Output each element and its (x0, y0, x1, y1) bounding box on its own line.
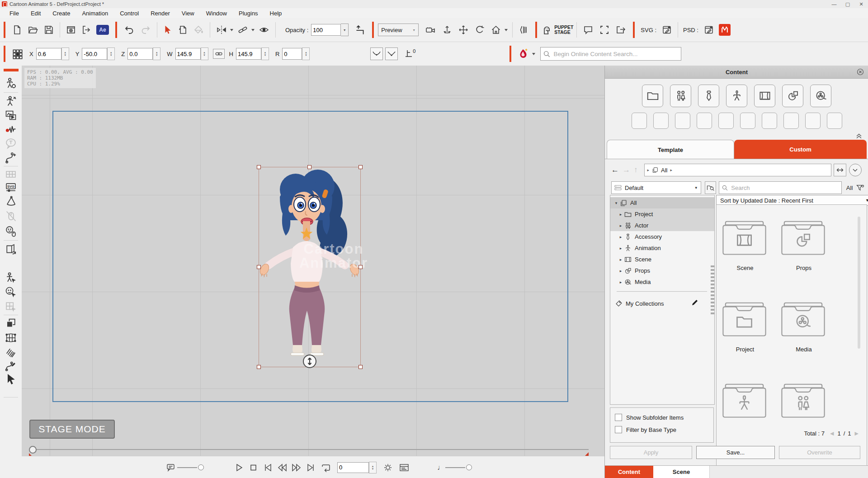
selection-handle[interactable] (257, 265, 261, 269)
filter-base-option[interactable]: Filter by Base Type (615, 426, 713, 433)
menu-view[interactable]: View (176, 8, 200, 18)
rotate-icon[interactable] (474, 24, 486, 35)
category-project-button[interactable] (642, 85, 663, 107)
puppet-mouse-tool-icon[interactable] (5, 210, 17, 222)
frame-number-input[interactable] (337, 462, 369, 473)
move-actor-handle[interactable] (303, 355, 316, 368)
z-stepper[interactable]: ▲▼ (153, 47, 160, 60)
tree-item-project[interactable]: ▸ Project (610, 208, 714, 220)
menu-create[interactable]: Create (47, 8, 76, 18)
edit-pose-tool-icon[interactable] (5, 95, 17, 107)
animate-body-tool-icon[interactable] (5, 271, 17, 284)
logo-dropdown-icon[interactable] (532, 52, 536, 56)
move-icon[interactable] (458, 24, 469, 35)
svg-edit-icon[interactable] (661, 24, 672, 35)
stop-button[interactable] (248, 463, 258, 473)
character-actor[interactable] (259, 167, 360, 367)
tree-splitter-handle[interactable] (711, 265, 714, 315)
folder-tile-animation[interactable] (720, 380, 770, 427)
tree-item-media[interactable]: ▸ Media (610, 276, 714, 288)
category-accessory-button[interactable] (698, 85, 719, 107)
category-media-button[interactable] (810, 85, 831, 107)
volume-slider-knob[interactable] (466, 464, 472, 470)
tree-item-actor[interactable]: ▸ Actor (610, 220, 714, 231)
menu-file[interactable]: File (4, 8, 25, 18)
r-stepper[interactable]: ▲▼ (302, 47, 310, 60)
empty-slot-button[interactable] (675, 113, 690, 129)
empty-slot-button[interactable] (740, 113, 755, 129)
category-animation-button[interactable] (726, 85, 747, 107)
redo-icon[interactable] (140, 24, 151, 35)
category-props-button[interactable] (782, 85, 803, 107)
edit-collections-icon[interactable] (691, 298, 699, 307)
empty-slot-button[interactable] (827, 113, 842, 129)
caption-slider-track[interactable] (177, 467, 197, 468)
page-next-icon[interactable]: ▶ (855, 431, 859, 436)
page-prev-icon[interactable]: ◀ (830, 431, 834, 436)
overwrite-button[interactable]: Overwrite (779, 446, 860, 459)
home-view-icon[interactable] (490, 24, 502, 35)
new-project-icon[interactable] (12, 24, 23, 35)
swap-view-button[interactable] (834, 164, 846, 176)
online-search-input[interactable] (552, 50, 678, 58)
empty-slot-button[interactable] (632, 113, 647, 129)
range-end-marker[interactable] (582, 452, 589, 456)
previous-frame-button[interactable] (277, 463, 287, 473)
show-subfolder-option[interactable]: Show Subfolder Items (615, 414, 713, 421)
text-bubble-tool-icon[interactable] (5, 137, 17, 150)
filter-funnel-icon[interactable] (856, 184, 864, 192)
open-project-icon[interactable] (27, 24, 39, 35)
go-to-start-button[interactable] (263, 463, 273, 473)
w-stepper[interactable]: ▲▼ (201, 47, 208, 60)
menu-animation[interactable]: Animation (76, 8, 114, 18)
empty-slot-button[interactable] (697, 113, 712, 129)
save-button[interactable]: Save... (696, 446, 775, 459)
export-frame-icon[interactable] (615, 24, 627, 35)
grid-snap-icon[interactable] (12, 48, 24, 60)
mesh-warp-tool-icon[interactable] (5, 331, 17, 344)
opacity-dropdown[interactable]: ▼ (341, 24, 349, 36)
smooth-curve-button[interactable] (370, 47, 383, 60)
folder-tile-project[interactable]: Project (720, 299, 770, 353)
aspect-link-button[interactable] (213, 49, 225, 59)
selection-handle[interactable] (359, 265, 363, 269)
playback-settings-icon[interactable] (383, 463, 393, 473)
tree-item-all[interactable]: ▾ All (610, 197, 714, 208)
go-to-end-button[interactable] (306, 463, 316, 473)
prop-sketch-tool-icon[interactable] (5, 195, 17, 208)
menu-control[interactable]: Control (114, 8, 145, 18)
flip-dropdown-icon[interactable] (230, 28, 234, 32)
y-stepper[interactable]: ▲▼ (107, 47, 115, 60)
z-input[interactable] (127, 48, 153, 60)
folder-tile-actor[interactable] (779, 380, 829, 427)
home-dropdown-icon[interactable] (504, 28, 508, 32)
timeline-scrub-track[interactable] (33, 449, 589, 450)
filter-base-checkbox[interactable] (615, 426, 622, 433)
caption-icon[interactable] (166, 463, 176, 473)
empty-slot-button[interactable] (718, 113, 734, 129)
puppet-stage-button[interactable]: PUPPET STAGE (541, 24, 573, 36)
close-button[interactable]: ✕ (854, 0, 868, 8)
show-subfolder-checkbox[interactable] (615, 414, 622, 421)
face-puppet-tool-icon[interactable] (5, 225, 17, 237)
turn-pages-tool-icon[interactable] (5, 243, 17, 256)
y-input[interactable] (82, 48, 107, 60)
folder-tile-media[interactable]: Media (779, 299, 829, 353)
layer-tool-icon[interactable] (5, 317, 17, 330)
next-frame-button[interactable] (292, 463, 302, 473)
selection-handle[interactable] (307, 165, 311, 169)
callout-icon[interactable] (582, 24, 594, 35)
w-input[interactable] (175, 48, 201, 60)
minimize-button[interactable]: — (827, 0, 841, 8)
folder-tile-props[interactable]: Props (779, 218, 829, 271)
psd-edit-icon[interactable] (703, 24, 714, 35)
tree-item-animation[interactable]: ▸ Animation (610, 242, 714, 254)
select-region-icon[interactable] (599, 24, 610, 35)
timeline-scrub-knob[interactable] (29, 446, 37, 454)
tree-item-props[interactable]: ▸ Props (610, 265, 714, 276)
nav-up-icon[interactable]: ↑ (634, 166, 638, 175)
browse-search-button[interactable] (705, 181, 717, 194)
h-input[interactable] (236, 48, 261, 60)
caption-slider-knob[interactable] (198, 464, 204, 470)
selection-handle[interactable] (257, 165, 261, 169)
